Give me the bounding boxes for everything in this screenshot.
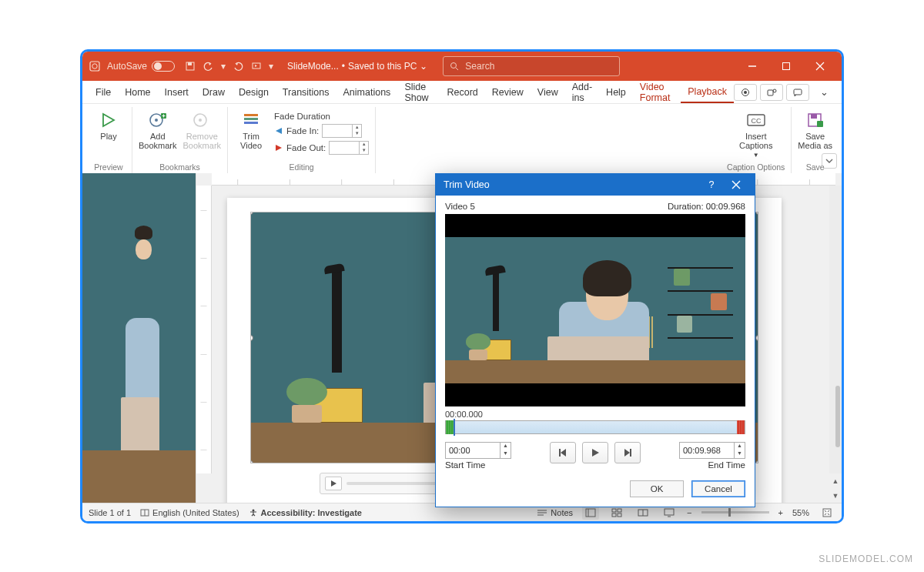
slide-thumbnail-pane[interactable]: 1 ✦ bbox=[82, 173, 196, 503]
language-indicator[interactable]: English (United States) bbox=[140, 508, 239, 517]
notes-button[interactable]: Notes bbox=[537, 508, 573, 517]
prev-frame-button[interactable] bbox=[550, 442, 576, 463]
svg-point-35 bbox=[252, 509, 254, 511]
spin-down-icon[interactable]: ▼ bbox=[735, 450, 745, 458]
spin-up-icon[interactable]: ▲ bbox=[500, 443, 511, 450]
comments-icon[interactable] bbox=[786, 84, 809, 101]
from-beginning-icon[interactable] bbox=[249, 59, 264, 74]
trim-timeline[interactable] bbox=[445, 420, 745, 434]
next-slide-button[interactable]: ▼ bbox=[829, 488, 842, 503]
tab-slideshow[interactable]: Slide Show bbox=[397, 81, 440, 103]
share-dropdown-icon[interactable]: ⌄ bbox=[812, 84, 835, 101]
tab-draw[interactable]: Draw bbox=[196, 81, 232, 103]
tab-review[interactable]: Review bbox=[485, 81, 531, 103]
save-icon[interactable] bbox=[182, 59, 198, 74]
normal-view-button[interactable] bbox=[582, 506, 599, 520]
zoom-in-button[interactable]: + bbox=[778, 508, 783, 517]
remove-bookmark-button: Remove Bookmark bbox=[183, 109, 222, 161]
fade-out-field[interactable]: ▲▼ bbox=[329, 141, 369, 155]
tab-help[interactable]: Help bbox=[599, 81, 633, 103]
slide-counter[interactable]: Slide 1 of 1 bbox=[89, 508, 131, 517]
undo-icon[interactable] bbox=[201, 59, 216, 74]
play-pause-button[interactable] bbox=[582, 442, 608, 463]
book-icon bbox=[140, 508, 149, 517]
svg-rect-44 bbox=[618, 513, 621, 517]
search-input[interactable]: Search bbox=[443, 56, 620, 76]
svg-point-22 bbox=[199, 119, 202, 122]
tab-insert[interactable]: Insert bbox=[158, 81, 196, 103]
camera-icon[interactable] bbox=[734, 84, 757, 101]
maximize-button[interactable] bbox=[769, 52, 803, 81]
group-preview: Play Preview bbox=[85, 107, 132, 173]
svg-rect-39 bbox=[586, 509, 595, 517]
slide-thumbnail[interactable] bbox=[104, 179, 176, 222]
ok-button[interactable]: OK bbox=[630, 480, 684, 497]
dialog-close-button[interactable] bbox=[725, 174, 747, 196]
next-frame-button[interactable] bbox=[614, 442, 641, 463]
spin-down-icon[interactable]: ▼ bbox=[500, 450, 511, 458]
accessibility-checker[interactable]: Accessibility: Investigate bbox=[249, 508, 362, 517]
prev-slide-button[interactable]: ▲ bbox=[829, 473, 842, 488]
title-bar: AutoSave ▾ ▾ SlideMode... • Saved to thi… bbox=[82, 52, 842, 81]
spin-up-icon[interactable]: ▲ bbox=[735, 443, 745, 450]
svg-rect-0 bbox=[90, 62, 99, 71]
autosave-toggle[interactable]: AutoSave bbox=[107, 61, 175, 72]
playhead-marker[interactable] bbox=[454, 419, 455, 436]
tab-transitions[interactable]: Transitions bbox=[276, 81, 336, 103]
slide-nav-arrows: ▲ ▼ bbox=[829, 473, 842, 503]
collapse-ribbon-button[interactable] bbox=[822, 153, 837, 169]
add-bookmark-button[interactable]: Add Bookmark bbox=[139, 109, 177, 161]
minimize-button[interactable] bbox=[735, 52, 769, 81]
svg-rect-42 bbox=[618, 509, 621, 512]
undo-dropdown-icon[interactable]: ▾ bbox=[219, 59, 227, 74]
dialog-help-button[interactable]: ? bbox=[701, 174, 722, 196]
tab-home[interactable]: Home bbox=[118, 81, 157, 103]
zoom-slider[interactable] bbox=[701, 511, 769, 513]
save-media-icon bbox=[805, 110, 825, 130]
tab-animations[interactable]: Animations bbox=[336, 81, 398, 103]
start-time-field[interactable]: 00:00 ▲▼ bbox=[445, 442, 511, 459]
fade-in-field[interactable]: ▲▼ bbox=[322, 124, 362, 138]
trim-video-dialog: Trim Video ? Video 5 Duration: 00:09.968 bbox=[435, 173, 755, 507]
trim-video-button[interactable]: Trim Video bbox=[234, 109, 268, 161]
vertical-scrollbar[interactable] bbox=[829, 186, 842, 473]
tab-view[interactable]: View bbox=[531, 81, 565, 103]
cancel-button[interactable]: Cancel bbox=[691, 480, 745, 497]
chevron-down-icon: ▼ bbox=[753, 152, 759, 159]
svg-point-17 bbox=[155, 119, 158, 122]
ribbon-tabs: File Home Insert Draw Design Transitions… bbox=[82, 81, 842, 104]
dialog-title-bar[interactable]: Trim Video ? bbox=[436, 174, 755, 196]
zoom-out-button[interactable]: − bbox=[687, 508, 691, 517]
zoom-value[interactable]: 55% bbox=[792, 508, 809, 517]
svg-rect-23 bbox=[244, 114, 258, 116]
fit-to-window-button[interactable] bbox=[819, 506, 835, 520]
window-controls bbox=[735, 52, 837, 81]
reading-view-button[interactable] bbox=[634, 506, 651, 520]
play-button[interactable]: Play bbox=[92, 109, 126, 161]
tab-record[interactable]: Record bbox=[440, 81, 485, 103]
end-time-field[interactable]: 00:09.968 ▲▼ bbox=[679, 442, 745, 459]
redo-icon[interactable] bbox=[230, 59, 246, 74]
tab-file[interactable]: File bbox=[89, 81, 118, 103]
tab-playback[interactable]: Playback bbox=[681, 81, 734, 103]
trim-end-handle[interactable] bbox=[737, 420, 745, 434]
tab-video-format[interactable]: Video Format bbox=[633, 81, 681, 103]
svg-rect-49 bbox=[823, 509, 831, 517]
qat-dropdown-icon[interactable]: ▾ bbox=[267, 59, 275, 74]
group-caption: CC Insert Captions ▼ Caption Options bbox=[721, 107, 792, 173]
fade-duration-group: Fade Duration Fade In: ▲▼ Fade Out: ▲▼ bbox=[274, 109, 369, 161]
video-preview[interactable] bbox=[445, 214, 745, 406]
slideshow-view-button[interactable] bbox=[661, 506, 678, 520]
tab-design[interactable]: Design bbox=[232, 81, 276, 103]
playhead-time: 00:00.000 bbox=[445, 410, 745, 419]
tab-addins[interactable]: Add-ins bbox=[565, 81, 599, 103]
teams-icon[interactable] bbox=[760, 84, 783, 101]
fade-out-icon bbox=[274, 144, 283, 152]
vertical-ruler: —————— bbox=[196, 186, 212, 473]
document-title[interactable]: SlideMode... • Saved to this PC ⌄ bbox=[287, 61, 427, 72]
insert-captions-button[interactable]: CC Insert Captions ▼ bbox=[739, 109, 773, 161]
close-button[interactable] bbox=[803, 52, 837, 81]
video-play-button[interactable] bbox=[325, 477, 342, 490]
sorter-view-button[interactable] bbox=[608, 506, 625, 520]
trim-start-handle[interactable] bbox=[446, 420, 454, 434]
